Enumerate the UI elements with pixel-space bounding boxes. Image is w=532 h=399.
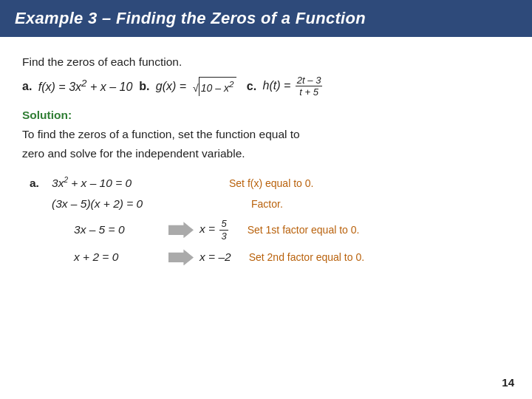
ht-expr: h(t) = 2t – 3 t + 5 [263,75,324,98]
step-a-math: 3x2 + x – 10 = 0 [52,176,214,190]
step-b-math: (3x – 5)(x + 2) = 0 [52,197,207,211]
step-b-row: (3x – 5)(x + 2) = 0 Factor. [30,197,510,211]
content-area: Find the zeros of each function. a. f(x)… [0,37,532,280]
step-c2-result: x = –2 [200,250,231,264]
solution-text: To find the zeros of a function, set the… [22,125,510,163]
solution-label: Solution: [22,109,510,122]
step-a-row: a. 3x2 + x – 10 = 0 Set f(x) equal to 0. [30,176,510,190]
page-number: 14 [502,376,514,389]
functions-row: a. f(x) = 3x2 + x – 10 b. g(x) = √10 – x… [22,75,510,98]
page-header: Example 3 – Finding the Zeros of a Funct… [0,0,532,37]
intro-line1: Find the zeros of each function. [22,53,510,72]
step-c2-note: Set 2nd factor equal to 0. [249,251,364,263]
step-c1-math: 3x – 5 = 0 [74,223,163,236]
solution-text2: zero and solve for the independent varia… [22,147,245,160]
sqrt-expr: √10 – x2 [193,77,236,96]
fx-expr: f(x) = 3x2 + x – 10 [38,75,133,97]
fraction-c1: 5 3 [219,218,228,242]
step-c1-result: x = 5 3 [200,218,230,242]
fraction-ht: 2t – 3 t + 5 [296,75,323,98]
gx-expr: g(x) = √10 – x2 [156,77,237,97]
label-b: b. [139,77,149,96]
arrow-c1-icon [168,222,194,238]
step-c2-math: x + 2 = 0 [74,250,163,264]
step-c2-row: x + 2 = 0 x = –2 Set 2nd factor equal to… [30,249,510,265]
arrow-c2-icon [168,249,194,265]
page-title: Example 3 – Finding the Zeros of a Funct… [15,9,366,27]
step-b-note: Factor. [251,198,283,210]
label-a: a. [22,77,32,96]
steps-block: a. 3x2 + x – 10 = 0 Set f(x) equal to 0.… [22,176,510,265]
step-a-note: Set f(x) equal to 0. [229,177,313,189]
solution-text1: To find the zeros of a function, set the… [22,128,300,140]
intro-block: Find the zeros of each function. a. f(x)… [22,53,510,98]
label-c: c. [247,77,256,96]
step-c1-note: Set 1st factor equal to 0. [248,224,360,236]
step-a-label: a. [30,177,52,190]
step-c1-row: 3x – 5 = 0 x = 5 3 Set 1st factor equal … [30,218,510,242]
